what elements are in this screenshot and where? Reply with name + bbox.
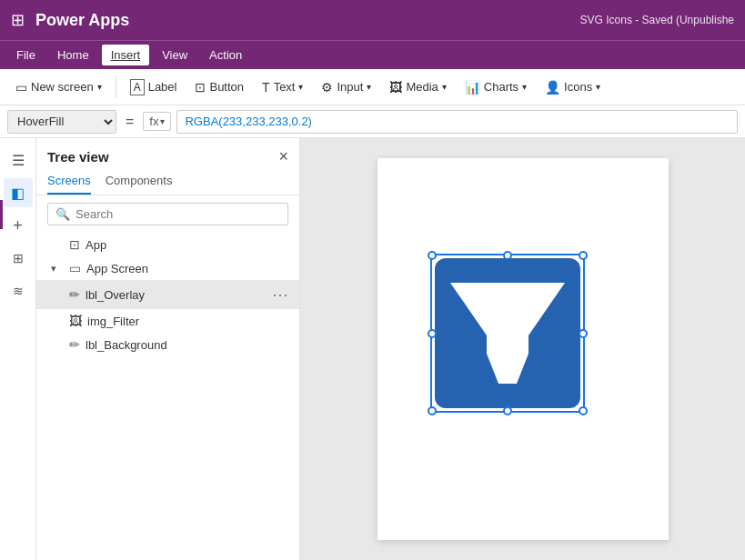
menu-home[interactable]: Home	[48, 45, 98, 65]
tree-items: ⊡ App ▾ ▭ App Screen ✏ lbl_Overlay ⋯ 🖼 i…	[36, 233, 299, 560]
search-input[interactable]	[76, 207, 280, 221]
filter-icon-svg	[430, 254, 585, 413]
icons-icon: 👤	[545, 80, 560, 95]
app-grid-icon[interactable]: ⊞	[11, 10, 25, 30]
tree-search: 🔍	[47, 203, 288, 225]
text-caret: ▾	[298, 82, 303, 92]
tree-view-title: Tree view	[47, 149, 109, 165]
app-label: App	[86, 238, 288, 252]
variables-button[interactable]: ≋	[4, 276, 33, 305]
media-icon: 🖼	[389, 80, 402, 95]
charts-icon: 📊	[465, 80, 480, 95]
media-caret: ▾	[442, 82, 447, 92]
formula-bar: HoverFill = fx ▾	[0, 105, 745, 138]
lbl-background-label: lbl_Background	[86, 338, 288, 352]
new-screen-icon: ▭	[15, 80, 27, 95]
charts-caret: ▾	[522, 82, 527, 92]
svg-rect-2	[487, 335, 529, 354]
left-sidebar: ☰ ◧ + ⊞ ≋	[0, 138, 36, 560]
input-caret: ▾	[367, 82, 371, 92]
img-filter-icon: 🖼	[69, 314, 82, 328]
app-title: Power Apps	[35, 11, 129, 30]
label-button[interactable]: A Label	[122, 75, 186, 100]
icons-caret: ▾	[596, 82, 600, 92]
tree-item-img-filter[interactable]: 🖼 img_Filter	[36, 309, 299, 333]
toolbar-sep-1	[116, 76, 116, 98]
tree-item-lbl-background[interactable]: ✏ lbl_Background	[36, 333, 299, 356]
active-indicator	[0, 200, 3, 229]
lbl-overlay-label: lbl_Overlay	[86, 288, 267, 302]
input-button[interactable]: ⚙ Input ▾	[313, 75, 379, 99]
main-layout: ☰ ◧ + ⊞ ≋ Tree view × Screens Components…	[0, 138, 745, 560]
label-icon: A	[130, 79, 145, 95]
tab-components[interactable]: Components	[106, 174, 173, 195]
new-screen-button[interactable]: ▭ New screen ▾	[7, 75, 110, 99]
media-button[interactable]: 🖼 Media ▾	[381, 75, 454, 99]
toolbar: ▭ New screen ▾ A Label ⊡ Button T Text ▾…	[0, 69, 745, 105]
tab-screens[interactable]: Screens	[47, 174, 91, 195]
saved-status: SVG Icons - Saved (Unpublishe	[580, 14, 734, 26]
app-icon: ⊡	[69, 237, 80, 252]
menu-action[interactable]: Action	[200, 45, 251, 65]
components-button[interactable]: ⊞	[4, 244, 33, 273]
menu-view[interactable]: View	[153, 45, 196, 65]
icons-button[interactable]: 👤 Icons ▾	[537, 75, 609, 99]
search-icon: 🔍	[55, 207, 70, 221]
property-select[interactable]: HoverFill	[7, 110, 116, 134]
fx-button[interactable]: fx ▾	[143, 112, 171, 131]
text-icon: T	[262, 80, 270, 95]
equals-sign: =	[122, 114, 137, 130]
text-button[interactable]: T Text ▾	[254, 75, 311, 99]
app-screen-label: App Screen	[86, 262, 288, 275]
fx-label: fx	[149, 115, 158, 128]
button-button[interactable]: ⊡ Button	[186, 75, 252, 99]
tree-view-tabs: Screens Components	[36, 166, 299, 195]
lbl-overlay-icon: ✏	[69, 287, 80, 302]
app-screen-expand-icon: ▾	[51, 263, 64, 275]
tree-item-app[interactable]: ⊡ App	[36, 233, 299, 256]
tree-item-app-screen[interactable]: ▾ ▭ App Screen	[36, 256, 299, 280]
fx-caret: ▾	[160, 116, 165, 126]
hamburger-menu-button[interactable]: ☰	[4, 145, 33, 175]
add-button[interactable]: +	[4, 211, 33, 240]
lbl-overlay-more-button[interactable]: ⋯	[272, 285, 288, 305]
lbl-background-icon: ✏	[69, 337, 80, 352]
tree-view-close-button[interactable]: ×	[278, 147, 288, 166]
menu-bar: File Home Insert View Action	[0, 40, 745, 69]
app-screen-icon: ▭	[69, 261, 81, 275]
new-screen-caret: ▾	[97, 82, 102, 92]
formula-input[interactable]	[176, 110, 738, 134]
top-bar: ⊞ Power Apps SVG Icons - Saved (Unpublis…	[0, 0, 745, 40]
tree-item-lbl-overlay[interactable]: ✏ lbl_Overlay ⋯	[36, 280, 299, 309]
img-filter-label: img_Filter	[87, 315, 288, 328]
tree-view-header: Tree view ×	[36, 138, 299, 166]
menu-file[interactable]: File	[7, 45, 45, 65]
canvas-surface[interactable]	[378, 158, 669, 540]
menu-insert[interactable]: Insert	[102, 45, 150, 65]
layers-button[interactable]: ◧	[4, 178, 33, 207]
charts-button[interactable]: 📊 Charts ▾	[457, 75, 535, 99]
input-icon: ⚙	[321, 80, 333, 95]
button-icon: ⊡	[195, 80, 206, 95]
filter-icon-container[interactable]	[430, 254, 585, 413]
tree-view-panel: Tree view × Screens Components 🔍 ⊡ App ▾…	[36, 138, 300, 560]
canvas-area	[300, 138, 745, 560]
